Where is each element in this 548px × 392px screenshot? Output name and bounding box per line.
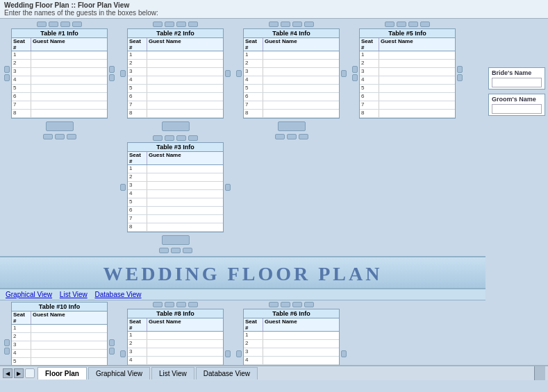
guest-name-input[interactable] (263, 110, 339, 117)
guest-name-input[interactable] (147, 165, 223, 173)
seat-block (159, 248, 169, 253)
seat-block (60, 22, 70, 27)
table-row: 8 (128, 110, 223, 118)
list-view-link[interactable]: List View (60, 291, 88, 298)
table-4-col-header: Seat # Guest Name (244, 38, 339, 51)
guest-name-input[interactable] (147, 101, 223, 109)
guest-name-input[interactable] (147, 110, 223, 117)
grooms-name-input[interactable] (492, 104, 542, 114)
table-3-box: Table #3 Info Seat # Guest Name 1 2 3 4 … (127, 142, 224, 232)
table-1-seats-right (109, 66, 115, 81)
seat-block (236, 70, 242, 77)
tab-nav-next[interactable]: ▶ (14, 368, 24, 378)
guest-name-input[interactable] (263, 101, 339, 109)
guest-name-input[interactable] (379, 60, 455, 67)
seat-block (341, 350, 347, 357)
tab-list-view[interactable]: List View (151, 367, 194, 380)
guest-name-input[interactable] (147, 190, 223, 198)
view-tabs: Graphical View List View Database View (0, 289, 485, 300)
guest-name-input[interactable] (147, 173, 223, 181)
guest-name-input[interactable] (31, 85, 107, 92)
guest-name-input[interactable] (147, 215, 223, 223)
guest-name-input[interactable] (263, 76, 339, 84)
guest-name-input[interactable] (263, 357, 339, 364)
table-2-seats-right (225, 70, 231, 77)
guest-name-input[interactable] (31, 93, 107, 101)
guest-name-input[interactable] (31, 325, 107, 332)
guest-name-input[interactable] (263, 348, 339, 356)
guest-name-input[interactable] (147, 340, 223, 348)
table-row: 6 (128, 93, 223, 101)
table-row: 2 (360, 60, 455, 68)
tab-nav-prev[interactable]: ◀ (3, 368, 13, 378)
seat-block (457, 74, 463, 81)
tab-graphical-view[interactable]: Graphical View (88, 367, 150, 380)
brides-name-input[interactable] (492, 78, 542, 87)
guest-name-input[interactable] (147, 68, 223, 76)
guest-name-input[interactable] (147, 85, 223, 92)
graphical-view-link[interactable]: Graphical View (6, 291, 52, 298)
guest-name-input[interactable] (31, 358, 107, 365)
seat-block (287, 134, 297, 139)
guest-name-input[interactable] (147, 60, 223, 67)
table-row: 2 (12, 333, 107, 341)
guest-name-input[interactable] (31, 68, 107, 76)
table-row: 7 (128, 215, 223, 223)
table-8-seats-left (120, 350, 126, 357)
seat-block (457, 66, 463, 73)
guest-name-input[interactable] (147, 93, 223, 101)
table-row: 7 (244, 101, 339, 110)
guest-name-input[interactable] (147, 357, 223, 364)
seat-block (120, 70, 126, 77)
guest-name-input[interactable] (263, 60, 339, 67)
guest-name-input[interactable] (147, 182, 223, 189)
guest-name-input[interactable] (31, 101, 107, 109)
guest-name-input[interactable] (379, 85, 455, 92)
guest-name-input[interactable] (379, 51, 455, 59)
guest-name-input[interactable] (263, 51, 339, 59)
guest-name-input[interactable] (31, 333, 107, 341)
guest-name-input[interactable] (379, 76, 455, 84)
guest-name-input[interactable] (263, 85, 339, 92)
guest-name-input[interactable] (263, 68, 339, 76)
table-3-seats-top (153, 135, 198, 141)
table-row: 3 (244, 348, 339, 357)
guest-name-input[interactable] (263, 332, 339, 339)
database-view-link[interactable]: Database View (94, 291, 141, 298)
seat-block (281, 22, 290, 27)
guest-name-input[interactable] (379, 110, 455, 117)
seat-block (292, 302, 302, 307)
guest-name-input[interactable] (31, 76, 107, 84)
guest-name-input[interactable] (147, 223, 223, 231)
guest-name-input[interactable] (263, 93, 339, 101)
seat-block (304, 22, 314, 27)
guest-name-input[interactable] (31, 60, 107, 67)
tab-database-view[interactable]: Database View (196, 367, 258, 380)
guest-name-input[interactable] (147, 198, 223, 206)
table-8-header: Table #8 Info (128, 309, 223, 318)
table-row: 2 (128, 60, 223, 68)
table-row: 2 (128, 340, 223, 348)
guest-name-input[interactable] (379, 101, 455, 109)
guest-name-input[interactable] (31, 51, 107, 59)
table-row: 4 (128, 357, 223, 365)
guest-name-input[interactable] (147, 76, 223, 84)
guest-name-input[interactable] (147, 348, 223, 356)
table-8-col-header: Seat # Guest Name (128, 318, 223, 332)
guest-name-input[interactable] (379, 68, 455, 76)
guest-name-input[interactable] (31, 341, 107, 349)
guest-name-input[interactable] (31, 350, 107, 357)
guest-name-input[interactable] (147, 332, 223, 339)
guest-name-input[interactable] (263, 340, 339, 348)
table-5-with-sides: Table #5 Info Seat # Guest Name 1 2 3 4 … (352, 28, 463, 119)
guest-name-input[interactable] (31, 110, 107, 117)
table-1-unit: Table #1 Info Seat # Guest Name 1 2 3 4 … (4, 22, 115, 139)
guest-name-input[interactable] (147, 207, 223, 214)
tab-floor-plan[interactable]: Floor Plan (38, 367, 87, 380)
table-6-seats-top (269, 302, 314, 307)
seat-block (109, 339, 115, 346)
table-8-seats-top (153, 302, 198, 307)
guest-name-input[interactable] (147, 51, 223, 59)
table-4-box: Table #4 Info Seat # Guest Name 1 2 3 4 … (243, 28, 340, 119)
guest-name-input[interactable] (379, 93, 455, 101)
